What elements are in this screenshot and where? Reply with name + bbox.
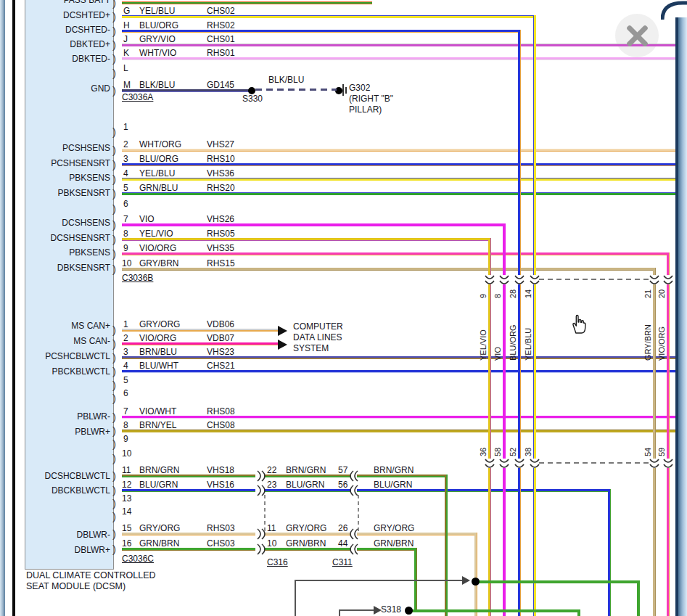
pin-bracket: ) (112, 438, 116, 450)
splice-label: S318 (381, 604, 401, 615)
inline-connector-break-icon (252, 469, 268, 485)
pin-number: 6 (123, 388, 128, 398)
module-signal-label: PBLWR- (7, 411, 110, 422)
wire-RHS08 (122, 416, 675, 419)
wire-vertical-GRY-BRN (653, 268, 656, 616)
wire-color-label: BRN/GRN (374, 465, 414, 475)
module-signal-label: DBCKBLWCTL (7, 485, 110, 496)
wire-vertical-YEL-BLU (533, 15, 536, 616)
pin-bracket: ) (112, 497, 116, 509)
pin-bracket: ) (112, 424, 116, 437)
circuit-label: VHS35 (207, 243, 234, 253)
wire-color-label: BLK/BLU (268, 75, 304, 85)
pin-number: 3 (123, 347, 128, 357)
computer-data-lines-label: DATA LINES (293, 332, 342, 342)
wire-color-label: GRN/BLU (139, 183, 178, 193)
connector-label: C3036B (122, 273, 153, 283)
module-title-line1: DUAL CLIMATE CONTROLLED (26, 570, 156, 581)
circuit-label: RHS08 (207, 406, 235, 416)
module-signal-label: DBKSENSRT (7, 263, 110, 273)
pin-bracket: ) (112, 324, 116, 336)
wire-color-label: YEL/BLU (139, 6, 175, 16)
wire-VHS35 (122, 252, 670, 255)
module-title-line2: SEAT MODULE (DCSM) (26, 581, 156, 592)
pin-number: 9 (479, 294, 488, 298)
wire-color-label: BLU/ORG (139, 20, 178, 30)
splice-wire (411, 609, 580, 612)
inline-connector-break-icon (252, 527, 268, 543)
wire-color-label: BLU/ORG (509, 324, 517, 361)
leader-line (339, 609, 375, 611)
pin-number: J (123, 34, 128, 44)
pin-number: 21 (643, 289, 652, 298)
computer-data-lines-label: SYSTEM (293, 343, 329, 353)
window-right-inner-edge (675, 15, 678, 616)
window-left-border (0, 0, 5, 616)
pin-bracket: ) (112, 25, 116, 37)
wire-color-label: YEL/VIO (139, 229, 173, 239)
module-signal-label: PCSHCBLWCTL (7, 351, 110, 361)
wire-color-label: GRN/BRN (286, 538, 326, 549)
module-signal-label: PCSHSENS (7, 143, 110, 153)
wire-color-label: BRN/YEL (139, 420, 176, 430)
wire-VDB07 (122, 342, 278, 345)
pin-bracket: ) (112, 187, 116, 200)
circuit-label: GD145 (207, 80, 234, 90)
wire-segment (122, 1, 372, 4)
circuit-label: RHS20 (207, 183, 235, 193)
wire-color-label: YEL/BLU (524, 328, 532, 361)
pin-number: 4 (123, 361, 128, 371)
pin-number: 44 (338, 538, 347, 549)
pin-number: 4 (123, 168, 128, 178)
wire-VHS23 (122, 356, 675, 359)
pin-number: 23 (267, 480, 276, 490)
circuit-label: RHS10 (207, 154, 235, 164)
connector-label: C316 (267, 557, 288, 567)
data-line-arrow-icon (278, 340, 287, 350)
wire-RHS15 (122, 268, 656, 271)
wire-color-label: GRY/ORG (374, 523, 414, 533)
pin-number: 11 (122, 465, 131, 475)
inline-connector-break-icon (482, 456, 498, 472)
pin-number: 7 (123, 406, 128, 416)
wire-CHS02 (122, 15, 536, 18)
pin-number: 8 (123, 229, 128, 239)
connector-label: C3036C (122, 554, 154, 564)
pin-bracket: ) (112, 84, 116, 96)
circuit-label: RHS01 (207, 48, 235, 58)
leader-line (339, 609, 340, 616)
pin-number: 3 (123, 154, 128, 164)
wire-color-label: GRY/ORG (139, 523, 180, 533)
wire-color-label: GRY/ORG (139, 319, 180, 329)
pin-number: 15 (122, 523, 131, 533)
inline-connector-break-icon (482, 272, 498, 288)
inline-connector-break-icon (661, 272, 677, 288)
pin-number: K (123, 48, 129, 58)
wire-RHS20 (122, 192, 675, 195)
pin-number: 9 (123, 243, 128, 253)
module-signal-label: PCSHSENSRT (7, 158, 110, 168)
pin-bracket: ) (112, 365, 116, 377)
pin-bracket: ) (112, 52, 116, 65)
pin-bracket: ) (112, 411, 116, 423)
wire-CHS01 (122, 44, 675, 46)
wire-color-label: GRY/BRN (139, 258, 178, 268)
ground-label: G302 (349, 83, 370, 93)
pin-number: 12 (122, 480, 131, 490)
pin-bracket: ) (112, 38, 116, 51)
circuit-label: RHS15 (207, 258, 235, 268)
pin-number: 13 (122, 493, 131, 504)
wire-color-label: YEL/BLU (139, 168, 175, 178)
module-title: DUAL CLIMATE CONTROLLED SEAT MODULE (DCS… (26, 570, 156, 592)
circuit-label: VHS26 (207, 214, 234, 224)
wire-VHS18 (122, 475, 255, 477)
module-signal-label: DCSHSENSRT (7, 233, 110, 243)
inline-connector-break-icon (347, 483, 363, 499)
module-signal-label: GND (7, 83, 110, 94)
pin-number: H (123, 20, 130, 30)
connector-dashed-line (264, 495, 266, 532)
pin-bracket: ) (112, 452, 116, 464)
pin-bracket: ) (112, 469, 116, 482)
pin-bracket: ) (112, 543, 116, 555)
splice-label: S330 (242, 94, 263, 104)
